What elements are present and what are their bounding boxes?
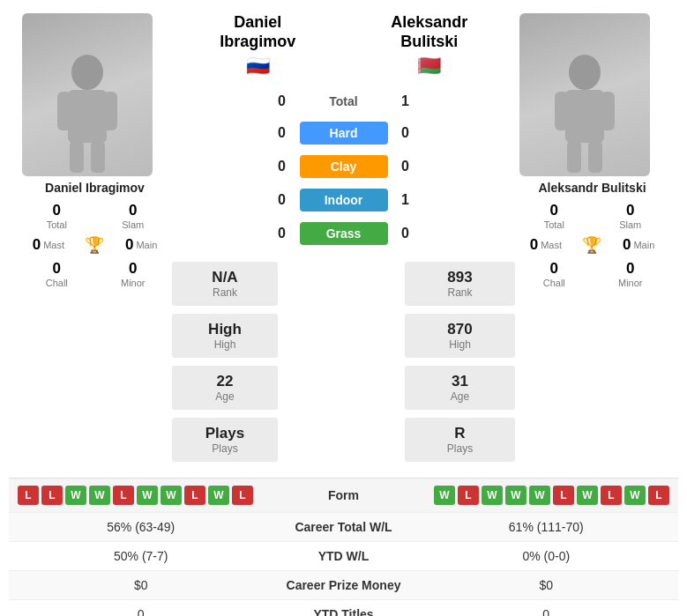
left-trophy-icon: 🏆 bbox=[85, 235, 104, 255]
right-trophy-row: 0 Mast 🏆 0 Main bbox=[519, 235, 665, 255]
right-player-stats: 0 Total 0 Slam 0 Mast 🏆 0 bbox=[519, 202, 665, 288]
svg-point-0 bbox=[71, 55, 103, 90]
right-age-box: 31 Age bbox=[405, 366, 515, 410]
form-badge-l: L bbox=[113, 486, 134, 505]
stats-cell-left-2: $0 bbox=[26, 578, 256, 592]
form-badge-w: W bbox=[529, 486, 550, 505]
grass-button: Grass bbox=[300, 222, 388, 245]
total-score-left: 0 bbox=[273, 93, 291, 109]
form-badge-w: W bbox=[208, 486, 229, 505]
right-minor-stat: 0 Minor bbox=[596, 260, 666, 288]
svg-rect-7 bbox=[565, 90, 604, 143]
left-stats-row-3: 0 Chall 0 Minor bbox=[22, 260, 168, 288]
right-total-stat: 0 Total bbox=[519, 202, 589, 230]
left-flag: 🇷🇺 bbox=[172, 55, 344, 78]
form-badge-l: L bbox=[458, 486, 479, 505]
clay-score-left: 0 bbox=[273, 159, 291, 174]
hard-score-right: 0 bbox=[397, 125, 414, 141]
total-score-right: 1 bbox=[397, 93, 414, 109]
center-player-names: Daniel Ibragimov Aleksandr Bulitski bbox=[172, 13, 515, 51]
left-stats-row-1: 0 Total 0 Slam bbox=[22, 202, 168, 230]
center-info-row: N/A Rank High High 22 Age Plays Plays bbox=[172, 259, 515, 464]
stats-cell-label-2: Career Prize Money bbox=[256, 578, 432, 592]
stats-cell-left-1: 50% (7-7) bbox=[26, 549, 256, 563]
clay-button: Clay bbox=[300, 155, 388, 178]
left-total-stat: 0 Total bbox=[22, 202, 92, 230]
stats-cell-right-2: $0 bbox=[432, 578, 661, 592]
form-badge-w: W bbox=[137, 486, 158, 505]
form-badge-w: W bbox=[505, 486, 526, 505]
right-player-name: Aleksandr Bulitski bbox=[519, 181, 665, 195]
left-plays-box: Plays Plays bbox=[172, 418, 278, 462]
hard-row: 0 Hard 0 bbox=[273, 122, 414, 145]
stats-row-0: 56% (63-49) Career Total W/L 61% (111-70… bbox=[9, 513, 678, 542]
hard-score-left: 0 bbox=[273, 125, 291, 141]
form-badge-l: L bbox=[232, 486, 253, 505]
right-form-badges: WLWWWLWLWL bbox=[434, 486, 669, 505]
form-badge-w: W bbox=[161, 486, 182, 505]
svg-rect-11 bbox=[588, 141, 602, 173]
indoor-score-left: 0 bbox=[273, 192, 291, 208]
form-badge-l: L bbox=[553, 486, 574, 505]
stats-cell-left-3: 0 bbox=[26, 607, 256, 616]
form-badge-l: L bbox=[41, 486, 63, 505]
indoor-score-right: 1 bbox=[397, 192, 414, 208]
stats-table: 56% (63-49) Career Total W/L 61% (111-70… bbox=[9, 512, 678, 616]
left-age-box: 22 Age bbox=[172, 366, 278, 410]
form-badge-w: W bbox=[89, 486, 110, 505]
right-stats-row-3: 0 Chall 0 Minor bbox=[519, 260, 665, 288]
form-badge-w: W bbox=[65, 486, 86, 505]
svg-rect-10 bbox=[567, 141, 581, 173]
left-player-photo bbox=[22, 13, 153, 176]
left-high-box: High High bbox=[172, 314, 278, 358]
right-trophy-icon: 🏆 bbox=[582, 235, 601, 255]
grass-score-left: 0 bbox=[273, 226, 291, 241]
left-form-badges: LLWWLWWLWL bbox=[18, 486, 253, 505]
stats-cell-label-0: Career Total W/L bbox=[256, 520, 432, 534]
stats-cell-right-3: 0 bbox=[432, 607, 661, 616]
center-column: Daniel Ibragimov Aleksandr Bulitski 🇷🇺 🇧… bbox=[172, 13, 515, 464]
left-slam-stat: 0 Slam bbox=[99, 202, 168, 230]
hard-button: Hard bbox=[300, 122, 388, 145]
form-badge-w: W bbox=[434, 486, 455, 505]
flags-row: 🇷🇺 🇧🇾 bbox=[172, 55, 515, 78]
right-rank-box: 893 Rank bbox=[405, 262, 515, 306]
right-player-photo bbox=[519, 13, 650, 176]
form-label: Form bbox=[282, 488, 406, 502]
left-rank-box: N/A Rank bbox=[172, 262, 278, 306]
svg-rect-8 bbox=[555, 92, 569, 130]
form-badge-w: W bbox=[624, 486, 646, 505]
grass-row: 0 Grass 0 bbox=[273, 222, 414, 245]
stats-cell-right-0: 61% (111-70) bbox=[432, 520, 661, 534]
left-trophy-row: 0 Mast 🏆 0 Main bbox=[22, 235, 168, 255]
left-mast-stat: 0 Mast bbox=[33, 236, 64, 254]
center-right-name: Aleksandr Bulitski bbox=[344, 13, 516, 51]
left-player-name: Daniel Ibragimov bbox=[22, 181, 168, 195]
right-main-stat: 0 Main bbox=[623, 236, 654, 254]
right-silhouette-icon bbox=[549, 53, 620, 176]
main-container: Daniel Ibragimov 0 Total 0 Slam 0 bbox=[0, 0, 687, 616]
grass-score-right: 0 bbox=[397, 226, 414, 241]
right-plays-box: R Plays bbox=[405, 418, 515, 462]
form-badge-l: L bbox=[18, 486, 39, 505]
left-chall-stat: 0 Chall bbox=[22, 260, 92, 288]
form-badge-l: L bbox=[648, 486, 669, 505]
form-badge-l: L bbox=[184, 486, 205, 505]
svg-rect-1 bbox=[68, 90, 107, 143]
svg-rect-3 bbox=[103, 92, 117, 130]
left-minor-stat: 0 Minor bbox=[99, 260, 168, 288]
svg-rect-9 bbox=[601, 92, 615, 130]
stats-cell-right-1: 0% (0-0) bbox=[432, 549, 661, 563]
right-chall-stat: 0 Chall bbox=[519, 260, 589, 288]
svg-point-6 bbox=[569, 55, 601, 90]
left-info-boxes: N/A Rank High High 22 Age Plays Plays bbox=[172, 259, 278, 464]
right-stats-row-1: 0 Total 0 Slam bbox=[519, 202, 665, 230]
stats-row-3: 0 YTD Titles 0 bbox=[9, 600, 678, 616]
total-label: Total bbox=[300, 90, 388, 113]
right-slam-stat: 0 Slam bbox=[596, 202, 666, 230]
left-player-stats: 0 Total 0 Slam 0 Mast 🏆 0 bbox=[22, 202, 168, 288]
right-flag: 🇧🇾 bbox=[344, 55, 516, 78]
svg-rect-5 bbox=[91, 141, 105, 173]
left-silhouette-icon bbox=[52, 53, 123, 176]
right-mast-stat: 0 Mast bbox=[530, 236, 562, 254]
